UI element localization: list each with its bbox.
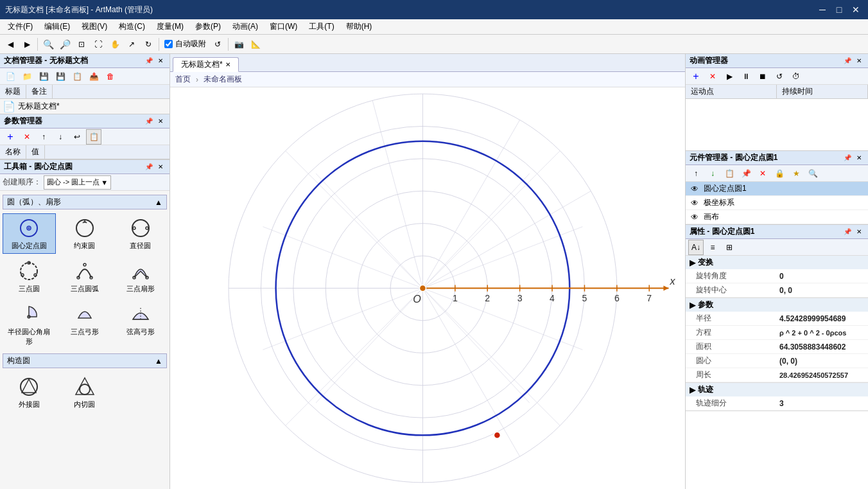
param-undo-btn[interactable]: ↩: [69, 129, 85, 145]
prop-section-transform-header[interactable]: ▶ 变换: [686, 256, 868, 269]
elem-eye-polar[interactable]: 👁: [690, 198, 700, 208]
toolbar-forward[interactable]: ▶: [19, 37, 35, 52]
tool-section-construct[interactable]: 构造圆 ▲: [3, 353, 167, 368]
toolbar-back[interactable]: ◀: [3, 37, 18, 52]
order-dropdown[interactable]: 圆心 -> 圆上一点 ▼: [44, 175, 111, 190]
elem-eye-canvas[interactable]: 👁: [690, 212, 700, 222]
elem-star-btn[interactable]: ★: [788, 166, 804, 181]
elem-paste-btn[interactable]: 📌: [738, 166, 754, 181]
tool-circumscribed[interactable]: 外接圆: [3, 372, 56, 413]
minimize-button[interactable]: ─: [815, 3, 829, 17]
toolbar-fullscreen[interactable]: ⛶: [91, 37, 106, 52]
param-copy-btn[interactable]: 📋: [86, 129, 101, 145]
doc-save2-btn[interactable]: 💾: [53, 69, 68, 84]
doc-table-row[interactable]: 📄 无标题文档*: [0, 99, 169, 114]
elem-row-circle[interactable]: 👁 圆心定点圆1: [686, 182, 868, 196]
props-pin-btn[interactable]: 📌: [842, 227, 853, 237]
toolbar-zoom-out[interactable]: 🔎: [57, 37, 73, 52]
tool-3pt-sector[interactable]: 三点扇形: [114, 256, 167, 297]
elem-search-btn[interactable]: 🔍: [805, 166, 820, 181]
data-point[interactable]: [494, 432, 500, 438]
tool-diameter-circle[interactable]: 直径圆: [114, 213, 167, 254]
tab-document[interactable]: 无标题文档* ✕: [173, 57, 239, 72]
elem-up-btn[interactable]: ↑: [688, 166, 704, 181]
anim-delete-btn[interactable]: ✕: [705, 69, 720, 84]
tool-circle-center[interactable]: 圆心定点圆: [3, 213, 56, 254]
elem-lock-btn[interactable]: 🔒: [772, 166, 787, 181]
breadcrumb-home[interactable]: 首页: [175, 74, 191, 85]
elem-pin-btn[interactable]: 📌: [842, 153, 853, 163]
doc-save-btn[interactable]: 💾: [36, 69, 51, 84]
close-button[interactable]: ✕: [849, 3, 863, 17]
menu-window[interactable]: 窗口(W): [265, 20, 302, 34]
elem-row-polar[interactable]: 👁 极坐标系: [686, 196, 868, 210]
tool-radius-sector[interactable]: 半径圆心角扇形: [3, 299, 56, 350]
tool-3pt-arc[interactable]: 三点圆弧: [58, 256, 112, 297]
anim-pause-btn[interactable]: ⏸: [738, 69, 754, 84]
prop-section-trajectory-header[interactable]: ▶ 轨迹: [686, 383, 868, 396]
elem-down-btn[interactable]: ↓: [705, 166, 720, 181]
menu-edit[interactable]: 编辑(E): [39, 20, 75, 34]
toolbar-rotate[interactable]: ↻: [141, 37, 156, 52]
doc-close-btn[interactable]: ✕: [155, 56, 166, 66]
param-close-btn[interactable]: ✕: [155, 116, 166, 127]
param-down-btn[interactable]: ↓: [53, 129, 68, 145]
menu-tools[interactable]: 工具(T): [304, 20, 339, 34]
anim-step-btn[interactable]: ↺: [772, 69, 787, 84]
tool-constrained-circle[interactable]: 约束圆: [58, 213, 112, 254]
props-expand-btn[interactable]: ⊞: [722, 240, 737, 255]
doc-blank-btn[interactable]: 📋: [69, 69, 85, 84]
maximize-button[interactable]: □: [832, 3, 846, 17]
breadcrumb-canvas[interactable]: 未命名画板: [204, 74, 242, 85]
tab-close-icon[interactable]: ✕: [225, 61, 230, 68]
toolbar-fit[interactable]: ⊡: [74, 37, 89, 52]
tool-inscribed[interactable]: 内切圆: [58, 372, 112, 413]
toolbar-pan[interactable]: ✋: [107, 37, 123, 52]
menu-animate[interactable]: 动画(A): [227, 20, 263, 34]
param-delete-btn[interactable]: ✕: [19, 129, 35, 145]
anim-close-btn[interactable]: ✕: [854, 56, 864, 66]
elem-eye-circle[interactable]: 👁: [690, 184, 700, 194]
menu-measure[interactable]: 度量(M): [152, 20, 189, 34]
elem-close-btn[interactable]: ✕: [854, 153, 864, 163]
auto-attach-input[interactable]: [164, 40, 173, 48]
toolbox-pin-btn[interactable]: 📌: [144, 162, 154, 172]
doc-new-btn[interactable]: 📄: [3, 69, 18, 84]
tool-3pt-segment[interactable]: 三点弓形: [58, 299, 112, 350]
toolbar-zoom-in[interactable]: 🔍: [40, 37, 56, 52]
toolbar-extra1[interactable]: 📷: [231, 37, 247, 52]
anim-play-btn[interactable]: ▶: [722, 69, 737, 84]
canvas-container[interactable]: 1 2 3 4 5 6 7 O x: [170, 87, 685, 489]
center-point[interactable]: [419, 285, 426, 291]
anim-pin-btn[interactable]: 📌: [842, 56, 853, 66]
props-close-btn[interactable]: ✕: [854, 227, 864, 237]
props-sort1-btn[interactable]: A↓: [688, 240, 704, 255]
toolbox-close-btn[interactable]: ✕: [155, 162, 166, 172]
doc-pin-btn[interactable]: 📌: [144, 56, 154, 66]
props-sort2-btn[interactable]: ≡: [705, 240, 720, 255]
elem-copy-btn[interactable]: 📋: [722, 166, 737, 181]
auto-attach-checkbox[interactable]: 自动吸附: [162, 39, 209, 49]
tool-chord-segment[interactable]: 弦高弓形: [114, 299, 167, 350]
toolbar-refresh[interactable]: ↺: [210, 37, 225, 52]
tool-section-arc[interactable]: 圆（弧）、扇形 ▲: [3, 195, 167, 209]
menu-help[interactable]: 帮助(H): [341, 20, 378, 34]
elem-delete-btn[interactable]: ✕: [755, 166, 770, 181]
elem-row-canvas[interactable]: 👁 画布: [686, 210, 868, 224]
param-pin-btn[interactable]: 📌: [144, 116, 154, 127]
tool-3pt-circle[interactable]: 三点圆: [3, 256, 56, 297]
menu-param[interactable]: 参数(P): [190, 20, 226, 34]
anim-add-btn[interactable]: +: [688, 69, 704, 84]
toolbar-extra2[interactable]: 📐: [248, 37, 263, 52]
anim-stop-btn[interactable]: ⏹: [755, 69, 770, 84]
menu-file[interactable]: 文件(F): [3, 20, 38, 34]
menu-construct[interactable]: 构造(C): [114, 20, 150, 34]
doc-open-btn[interactable]: 📁: [19, 69, 35, 84]
param-add-btn[interactable]: +: [3, 129, 18, 145]
anim-timer-btn[interactable]: ⏱: [788, 69, 804, 84]
prop-section-params-header[interactable]: ▶ 参数: [686, 298, 868, 312]
toolbar-select[interactable]: ↗: [124, 37, 139, 52]
param-up-btn[interactable]: ↑: [36, 129, 51, 145]
doc-export-btn[interactable]: 📤: [86, 69, 101, 84]
menu-view[interactable]: 视图(V): [76, 20, 112, 34]
